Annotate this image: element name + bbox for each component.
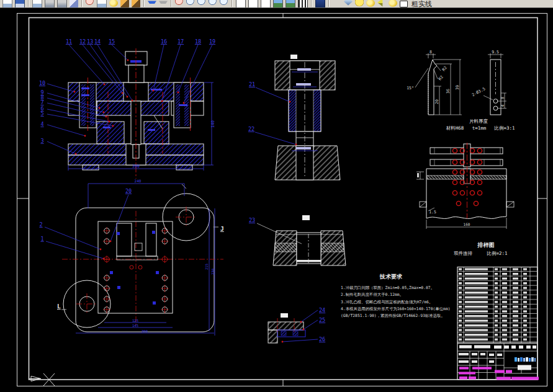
drawing-canvas[interactable]: 200 140 11 [0, 8, 553, 392]
tech-title: 技术要求 [379, 274, 403, 280]
balloon-11: 11 [66, 38, 72, 45]
layers-icon[interactable] [344, 0, 353, 7]
dim-d4: 4 [500, 104, 505, 107]
print-icon[interactable] [45, 0, 55, 8]
undo-icon[interactable] [148, 0, 156, 7]
pencil-icon[interactable] [120, 0, 129, 7]
strip-layout-view: 1.5 160 排样图 双件连排 比例=2:1 [416, 143, 514, 256]
zoom-out-icon[interactable] [197, 0, 206, 7]
plan-dim-outer: 200 [142, 329, 148, 333]
tech-line-2: 2.制件毛刺高度不得大于0.12mm。 [341, 292, 403, 297]
bushing-section-view: 23 [249, 215, 346, 265]
new-icon[interactable] [2, 0, 12, 8]
ole-object-icon[interactable] [285, 0, 295, 8]
blank-material: 材料H68 [446, 125, 464, 131]
table-icon[interactable] [248, 0, 258, 8]
dim-20: 20 [434, 99, 439, 104]
toolbar: 粗实线 [0, 0, 553, 8]
spellcheck-icon[interactable] [70, 0, 78, 7]
plan-dim-right-outer: 230 [211, 269, 215, 275]
layer-color-swatch[interactable] [400, 1, 408, 7]
redo-icon[interactable] [159, 0, 168, 7]
balloon-14: 14 [94, 38, 101, 45]
company-name-cell [515, 357, 536, 362]
strip-title: 排样图 [477, 242, 495, 248]
open-icon[interactable] [32, 0, 42, 8]
fill-icon[interactable] [109, 0, 118, 7]
help-icon[interactable] [315, 0, 325, 8]
tech-line-3: 3.冲孔凸模、切断凸模与固定板的配合须为H7/m6。 [341, 300, 433, 305]
cell-format-icon[interactable] [261, 0, 271, 8]
layer-visibility-icon[interactable] [355, 0, 364, 7]
blank-part-detail: 8 15° R2 R2 20 36 39 9.5 2-Ø3.5 8 4 [407, 50, 515, 131]
layer-freeze-icon[interactable] [366, 0, 375, 7]
balloon-25: 25 [319, 317, 325, 323]
front-dim-right: 140 [210, 120, 215, 128]
plan-dim-top: 240 [135, 179, 142, 183]
tech-line-5: (GB/T2851.1-90)，紧固件按GB/T14662-93标准选取。 [341, 313, 445, 318]
dim-9-5: 9.5 [492, 50, 499, 55]
balloon-19: 19 [209, 38, 215, 45]
find-text-icon[interactable] [236, 0, 246, 8]
layer-name[interactable]: 粗实线 [411, 0, 432, 8]
plan-dim-inner: 125 [132, 319, 138, 323]
strip-subtitle: 双件连排 [454, 251, 473, 256]
plan-view: J L 240 125 145 200 215 230 [39, 179, 223, 336]
front-section-view: 200 140 11 [39, 38, 215, 179]
tech-line-4: 4.本模具选用的模架外形尺寸为160×160×140-170(单位mm) [341, 306, 451, 311]
balloon-20: 20 [125, 188, 132, 194]
balloon-23: 23 [249, 217, 255, 223]
front-dim-bottom: 200 [132, 164, 140, 169]
punch-detail-view: 21 22 [248, 55, 340, 180]
plan-dim-right-inner: 215 [205, 264, 209, 270]
balloon-22: 22 [248, 126, 254, 132]
technical-requirements: 技术要求 1.冲裁刃口间隙（双面）Zmin=0.05,Zmax=0.07。 2.… [341, 274, 451, 318]
scale-cell [518, 365, 531, 370]
tech-line-1: 1.冲裁刃口间隙（双面）Zmin=0.05,Zmax=0.07。 [341, 285, 434, 290]
balloon-7: 7 [40, 99, 43, 105]
zoom-previous-icon[interactable] [220, 0, 228, 7]
section-letter-l: L [57, 303, 61, 310]
cad-application-window: 粗实线 [0, 0, 553, 392]
layer-lock-icon[interactable] [389, 0, 397, 7]
strip-dim-side: 1.5 [429, 210, 436, 215]
balloon-1: 1 [40, 236, 43, 242]
pen-icon[interactable] [132, 0, 140, 7]
balloon-3: 3 [40, 138, 43, 144]
blank-scale: 比例=3:1 [494, 125, 515, 131]
balloon-21: 21 [249, 81, 255, 87]
new-view-icon[interactable] [97, 0, 107, 8]
parts-list-table [457, 267, 537, 380]
balloon-17: 17 [178, 38, 184, 45]
title-block [457, 343, 539, 380]
grid-icon[interactable] [298, 0, 308, 8]
save-icon[interactable] [15, 0, 25, 8]
balloon-2: 2 [39, 221, 42, 228]
dim-15deg: 15° [407, 86, 414, 91]
dim-r2b: R2 [438, 74, 444, 81]
dim-39: 39 [455, 85, 460, 90]
plan-dim-mid: 145 [132, 324, 138, 327]
dim-d8: 8 [500, 97, 505, 99]
balloon-26: 26 [319, 336, 325, 342]
zoom-in-icon[interactable] [186, 0, 195, 7]
balloon-10: 10 [39, 80, 45, 86]
balloon-5: 5 [40, 110, 43, 117]
zoom-window-icon[interactable] [209, 0, 217, 7]
strip-dim-bottom: 160 [464, 222, 470, 226]
print-preview-icon[interactable] [57, 0, 67, 8]
layer-return-icon[interactable] [377, 0, 386, 7]
balloon-13: 13 [87, 38, 93, 45]
balloon-12: 12 [79, 38, 86, 45]
dim-r2a: R2 [441, 65, 448, 72]
balloon-18: 18 [195, 38, 201, 45]
find-icon[interactable] [86, 0, 94, 7]
section-letter-j: J [220, 225, 224, 232]
blank-thickness: t=1mm [472, 125, 487, 131]
zoom-select-icon[interactable] [175, 0, 184, 7]
image-icon[interactable] [273, 0, 283, 8]
balloon-24: 24 [319, 307, 325, 313]
dim-8: 8 [429, 50, 432, 55]
balloon-16: 16 [161, 38, 167, 45]
blank-caption: 片料厚度 [469, 118, 488, 124]
